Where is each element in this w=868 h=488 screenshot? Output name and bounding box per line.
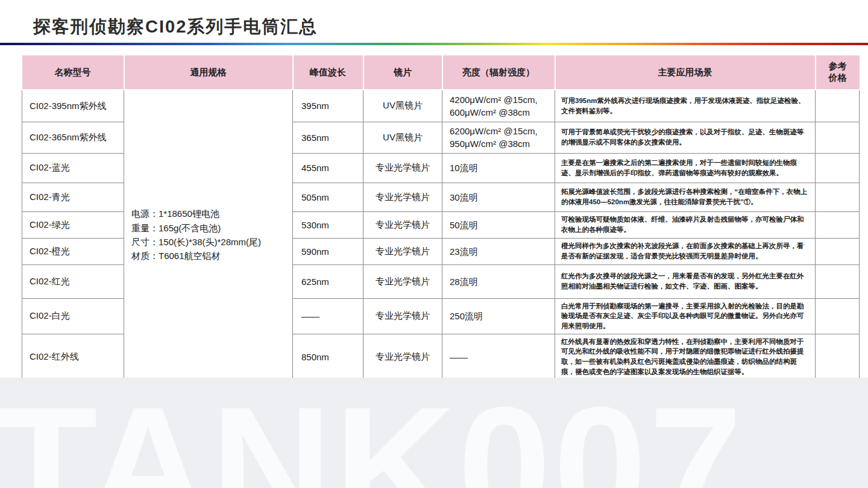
brightness-value: 50流明 [442, 211, 555, 238]
lens-type: UV黑镜片 [363, 90, 442, 122]
wavelength-value: 365nm [293, 122, 363, 153]
header-price: 参考 价格 [816, 55, 860, 90]
model-name: CI02-365nm紫外线 [22, 122, 124, 153]
price-value [816, 334, 860, 380]
application-scenario: 主要是在第一遍搜索之后的第二遍搜索使用，对于一些遗留时间较短的生物痕迹、显示剂增… [555, 153, 816, 183]
wavelength-value: 395nm [293, 90, 363, 122]
lens-type: UV黑镜片 [363, 122, 442, 153]
model-name: CI02-橙光 [22, 238, 124, 264]
wavelength-value: 850nm [293, 334, 363, 380]
brightness-value: 10流明 [442, 153, 555, 183]
lens-type: 专业光学镜片 [363, 211, 442, 238]
header-peak-wavelength: 峰值波长 [293, 55, 363, 90]
model-name: CI02-395nm紫外线 [22, 90, 124, 122]
header-lens: 镜片 [363, 55, 442, 90]
price-value [816, 122, 860, 153]
spectrum-divider-bar [0, 43, 868, 45]
wavelength-value: 530nm [293, 211, 363, 238]
application-scenario: 红外线具有显著的热效应和穿透力特性，在刑侦勘察中，主要利用不同物质对于可见光和红… [555, 334, 816, 380]
header-application: 主要应用场景 [555, 55, 816, 90]
lens-type: 专业光学镜片 [363, 264, 442, 298]
price-value [816, 264, 860, 298]
lens-type: 专业光学镜片 [363, 334, 442, 380]
price-value [816, 153, 860, 183]
model-name: CI02-绿光 [22, 211, 124, 238]
model-name: CI02-红光 [22, 264, 124, 298]
lens-type: 专业光学镜片 [363, 298, 442, 334]
wavelength-value: 625nm [293, 264, 363, 298]
header-brightness: 亮度（辐射强度） [442, 55, 555, 90]
brightness-value: —— [442, 334, 555, 380]
price-value [816, 90, 860, 122]
brand-watermark: TANK007 [0, 386, 744, 488]
model-name: CI02-青光 [22, 183, 124, 211]
model-name: CI02-蓝光 [22, 153, 124, 183]
page-title: 探客刑侦勘察CI02系列手电筒汇总 [33, 15, 318, 39]
brightness-value: 23流明 [442, 238, 555, 264]
application-scenario: 可检验现场可疑物质如体液、纤维、油漆碎片及射击残留物等，亦可检验尸体和衣物上的各… [555, 211, 816, 238]
table-row: CI02-395nm紫外线 电源：1*18650锂电池 重量：165g(不含电池… [22, 90, 860, 122]
lens-type: 专业光学镜片 [363, 183, 442, 211]
brightness-value: 30流明 [442, 183, 555, 211]
shared-specs-cell: 电源：1*18650锂电池 重量：165g(不含电池) 尺寸：150(长)*38… [124, 90, 293, 380]
brightness-value: 4200μW/cm² @15cm, 600μW/cm² @38cm [442, 90, 555, 122]
brightness-value: 250流明 [442, 298, 555, 334]
header-general-specs: 通用规格 [124, 55, 293, 90]
price-value [816, 211, 860, 238]
wavelength-value: 590nm [293, 238, 363, 264]
lens-type: 专业光学镜片 [363, 153, 442, 183]
brightness-value: 28流明 [442, 264, 555, 298]
model-name: CI02-白光 [22, 298, 124, 334]
watermark-band: TANK007 [0, 378, 868, 488]
table-header-row: 名称型号 通用规格 峰值波长 镜片 亮度（辐射强度） 主要应用场景 参考 价格 [22, 55, 860, 90]
wavelength-value: 505nm [293, 183, 363, 211]
application-scenario: 可用于背景简单或荧光干扰较少的痕迹搜索，以及对于指纹、足迹、生物斑迹等的增强显示… [555, 122, 816, 153]
price-value [816, 238, 860, 264]
wavelength-value: 455nm [293, 153, 363, 183]
price-value [816, 183, 860, 211]
application-scenario: 橙光同样作为多次搜索的补充波段光源，在前面多次搜索的基础上再次所寻，看是否有新的… [555, 238, 816, 264]
application-scenario: 可用395nm紫外线再次进行现场痕迹搜索，用于发现体液斑迹、指纹足迹检验、文件资… [555, 90, 816, 122]
wavelength-value: —— [293, 298, 363, 334]
model-name: CI02-红外线 [22, 334, 124, 380]
flashlight-spec-table: 名称型号 通用规格 峰值波长 镜片 亮度（辐射强度） 主要应用场景 参考 价格 … [22, 55, 860, 380]
price-value [816, 298, 860, 334]
application-scenario: 红光作为多次搜寻的波段光源之一，用来看是否有的发现，另外红光主要在红外照相前对油… [555, 264, 816, 298]
application-scenario: 拓展光源峰值波长范围，多波段光源进行各种搜索检测，“在暗室条件下，衣物上的体液用… [555, 183, 816, 211]
application-scenario: 白光常用于刑侦勘察现场的第一遍搜寻，主要采用掠入射的光检验法，目的是勘验现场是否… [555, 298, 816, 334]
lens-type: 专业光学镜片 [363, 238, 442, 264]
header-model: 名称型号 [22, 55, 124, 90]
brightness-value: 6200μW/cm² @15cm, 950μW/cm² @38cm [442, 122, 555, 153]
